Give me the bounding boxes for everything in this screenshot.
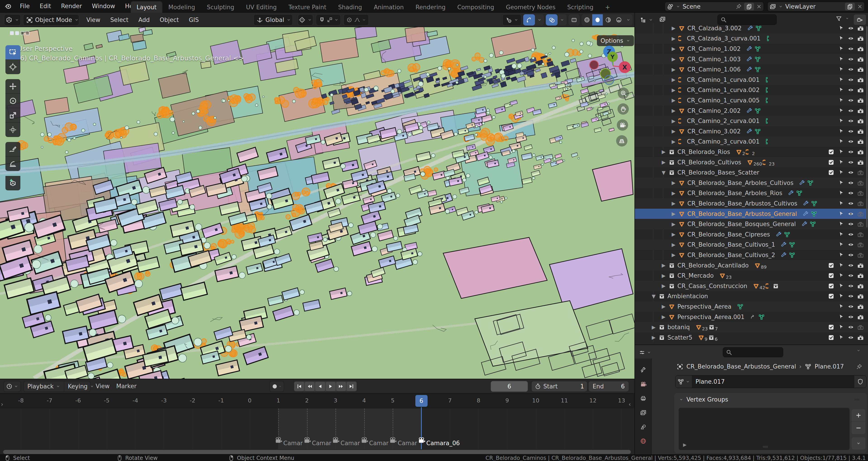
outliner-item-label[interactable]: Perspectiva_Aerea xyxy=(677,303,732,310)
outliner-row[interactable]: ▶CR_Camino_2_curva.001 xyxy=(635,116,868,126)
expand-icon[interactable]: ▶ xyxy=(671,118,677,124)
tool-select-box-button[interactable] xyxy=(5,45,20,60)
workspace-tab--[interactable]: + xyxy=(599,1,616,13)
collection-checkbox[interactable] xyxy=(828,170,834,176)
menu-edit[interactable]: Edit xyxy=(36,1,55,11)
wrench-icon[interactable] xyxy=(746,66,752,72)
hide-viewport-icon[interactable] xyxy=(848,87,854,93)
outliner-row[interactable]: ▶CR_Camino_1.003 xyxy=(635,54,868,64)
meshdata-icon[interactable] xyxy=(754,66,761,73)
wrench-icon[interactable] xyxy=(788,190,794,196)
snap-controls[interactable] xyxy=(316,14,341,26)
next-key-button[interactable] xyxy=(336,382,346,391)
play-button[interactable] xyxy=(326,382,336,391)
selectable-toggle-icon[interactable] xyxy=(838,159,844,165)
pivot-point-button[interactable] xyxy=(298,14,313,26)
hide-viewport-icon[interactable] xyxy=(848,334,854,341)
workspace-tab-scripting[interactable]: Scripting xyxy=(561,1,599,13)
outliner-item-label[interactable]: CR_Camino_1.002 xyxy=(687,45,741,52)
selectable-toggle-icon[interactable] xyxy=(838,77,844,83)
disable-render-icon[interactable] xyxy=(857,283,864,289)
shading-dropdown[interactable] xyxy=(624,14,632,26)
disable-render-icon[interactable] xyxy=(857,159,864,165)
outliner-row[interactable]: ▶CR_Camino_1_curva.001 xyxy=(635,74,868,85)
viewport-corner-toggles[interactable] xyxy=(10,31,29,35)
meshdata-icon[interactable] xyxy=(754,56,761,63)
curvedata-icon[interactable] xyxy=(766,35,772,41)
outliner-row[interactable]: ▶CR_Calzada_3_curva.001 xyxy=(635,33,868,44)
expand-icon[interactable]: ▶ xyxy=(671,97,677,103)
outliner-item-label[interactable]: CR_Belorado_Base_Arboles_Cultivos xyxy=(687,180,794,186)
timeline-marker[interactable]: Camara_06 xyxy=(418,437,460,447)
outliner-item-label[interactable]: CR_Camino_1_curva.001 xyxy=(687,76,760,83)
hide-viewport-icon[interactable] xyxy=(848,139,854,145)
disable-render-icon[interactable] xyxy=(857,252,864,258)
current-frame-field[interactable]: 6 xyxy=(491,381,528,392)
outliner-row[interactable]: ▶CR_Belorado_Base_Arboles_Cultivos xyxy=(635,178,868,188)
proportional-editing[interactable] xyxy=(343,14,369,26)
properties-search[interactable] xyxy=(723,347,783,357)
wrench-icon[interactable] xyxy=(776,231,782,238)
expand-icon[interactable]: ▶ xyxy=(651,325,657,330)
outliner-row[interactable]: ▼CR_Belorado_Bases_Scatter xyxy=(635,167,868,178)
outliner-row[interactable]: ▶CR_Belorado_Base_Cultivos_2 xyxy=(635,250,868,260)
outliner-item-label[interactable]: Ambientacion xyxy=(668,293,708,300)
new-viewlayer-button[interactable] xyxy=(845,3,855,10)
selectable-toggle-icon[interactable] xyxy=(838,252,844,258)
outliner-item-label[interactable]: botaniq xyxy=(668,324,690,331)
zoom-button[interactable] xyxy=(618,88,629,99)
hide-viewport-icon[interactable] xyxy=(848,107,854,114)
collapse-icon[interactable]: ▼ xyxy=(661,170,666,176)
chevron-down-icon[interactable] xyxy=(845,17,849,20)
timeline-ruler[interactable]: -8-7-6-5-4-3-2-101234578910111213 xyxy=(0,394,634,408)
outliner-item-label[interactable]: CR_Camino_1_curva.005 xyxy=(687,97,760,104)
disable-render-icon[interactable] xyxy=(857,293,864,299)
wrench-icon[interactable] xyxy=(802,211,809,217)
selectable-toggle-icon[interactable] xyxy=(838,46,844,52)
outliner-row[interactable]: ▶CR_Mercado23 xyxy=(635,270,868,281)
meshdata-icon[interactable] xyxy=(754,128,761,135)
region-expand-right-icon[interactable]: ‹ xyxy=(628,401,631,408)
viewport-3d[interactable]: Object ModeViewSelectAddObjectGISGlobal … xyxy=(0,13,634,379)
constraint-icon[interactable] xyxy=(750,314,756,320)
editor-type-button[interactable] xyxy=(4,14,21,26)
expand-icon[interactable]: ▶ xyxy=(671,242,677,248)
expand-icon[interactable]: ▶ xyxy=(671,56,677,62)
expand-icon[interactable]: ▶ xyxy=(661,283,666,289)
expand-icon[interactable]: ▶ xyxy=(671,108,677,114)
overlays-toggle[interactable] xyxy=(546,14,558,26)
hide-viewport-icon[interactable] xyxy=(848,314,854,320)
vertex-groups-header[interactable]: Vertex Groups xyxy=(674,393,867,405)
hide-viewport-icon[interactable] xyxy=(848,242,854,248)
properties-editor-type[interactable] xyxy=(636,347,654,358)
timeline-marker[interactable]: Camar xyxy=(361,437,389,447)
disable-render-icon[interactable] xyxy=(857,334,864,341)
selectable-toggle-icon[interactable] xyxy=(838,211,844,217)
outliner-row[interactable]: ▶CR_Camino_1.006 xyxy=(635,64,868,74)
vertex-groups-list[interactable]: ▶ xyxy=(679,408,849,450)
collection-toggle[interactable] xyxy=(15,31,19,35)
disable-render-icon[interactable] xyxy=(857,149,864,155)
meshdata-icon[interactable] xyxy=(754,107,761,114)
viewport-menu-gis[interactable]: GIS xyxy=(188,15,200,25)
collection-checkbox[interactable] xyxy=(828,283,834,289)
list-resize-handle-icon[interactable] xyxy=(763,445,768,448)
hide-viewport-icon[interactable] xyxy=(848,25,854,31)
shading-solid-button[interactable] xyxy=(592,14,603,26)
keying-menu[interactable]: Keying xyxy=(64,381,98,392)
meshdata-icon[interactable] xyxy=(796,190,803,196)
outliner-item-label[interactable]: CR_Camino_3.002 xyxy=(687,128,741,135)
outliner-row[interactable]: ▶CR_Calzada_3.002 xyxy=(635,23,868,33)
remove-vertex-group-button[interactable] xyxy=(852,422,865,434)
curvedata-icon[interactable] xyxy=(765,76,771,83)
outliner-item-label[interactable]: CR_Camino_1.006 xyxy=(687,66,741,73)
meshdata-icon[interactable] xyxy=(788,241,796,248)
selectable-toggle-icon[interactable] xyxy=(838,128,844,134)
outliner-row[interactable]: ▶CR_Belorado_Cultivos26023 xyxy=(635,157,868,167)
outliner-item-label[interactable]: Scatter5 xyxy=(668,334,692,341)
selectable-toggle-icon[interactable] xyxy=(838,180,844,186)
selectable-toggle-icon[interactable] xyxy=(838,170,844,176)
workspace-tab-texture-paint[interactable]: Texture Paint xyxy=(283,1,332,13)
disable-render-icon[interactable] xyxy=(857,221,864,227)
workspace-tab-compositing[interactable]: Compositing xyxy=(451,1,500,13)
